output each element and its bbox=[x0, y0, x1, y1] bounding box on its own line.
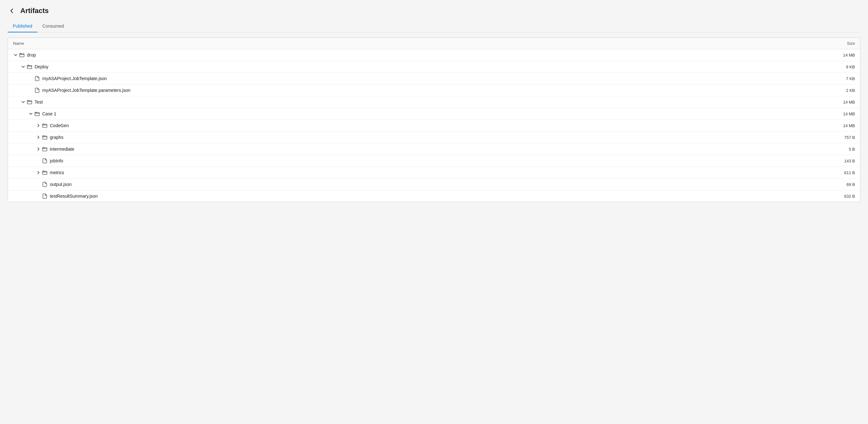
size-cell: 14 MB bbox=[817, 100, 855, 105]
item-name: Case 1 bbox=[42, 111, 56, 116]
table-header: Name Size bbox=[8, 38, 860, 49]
item-name: testResultSummary.json bbox=[50, 194, 98, 199]
tab-published[interactable]: Published bbox=[8, 20, 37, 32]
tree-cell-test: Test bbox=[13, 100, 817, 105]
indent-spacer bbox=[28, 76, 33, 81]
table-row: intermediate 5 B bbox=[8, 143, 860, 155]
col-header-size: Size bbox=[817, 41, 855, 46]
artifacts-page: Artifacts Published Consumed Name Size bbox=[0, 0, 868, 424]
item-name: jobInfo bbox=[50, 158, 63, 163]
folder-icon bbox=[42, 123, 47, 128]
tree-cell-codegen: CodeGen bbox=[13, 123, 817, 128]
chevron-right-icon[interactable] bbox=[36, 170, 41, 175]
page-title: Artifacts bbox=[20, 7, 49, 15]
item-name: metrics bbox=[50, 170, 64, 175]
svg-rect-6 bbox=[42, 148, 47, 151]
indent-spacer bbox=[28, 88, 33, 93]
tree-cell-graphs: graphs bbox=[13, 135, 817, 140]
chevron-down-icon[interactable] bbox=[21, 64, 26, 69]
indent-spacer bbox=[36, 194, 41, 199]
folder-icon bbox=[27, 64, 32, 69]
item-name: graphs bbox=[50, 135, 63, 140]
table-row: drop 14 MB bbox=[8, 49, 860, 61]
size-cell: 143 B bbox=[817, 159, 855, 163]
tree-cell-intermediate: intermediate bbox=[13, 146, 817, 151]
table-row: myASAProject.JobTemplate.json 7 KB bbox=[8, 73, 860, 85]
tree-cell-drop: drop bbox=[13, 52, 817, 58]
item-name: drop bbox=[27, 52, 36, 58]
table-row: myASAProject.JobTemplate.parameters.json… bbox=[8, 85, 860, 96]
tree-cell-testresult: testResultSummary.json bbox=[13, 194, 817, 199]
table-row: metrics 611 B bbox=[8, 167, 860, 179]
table-row: jobInfo 143 B bbox=[8, 155, 860, 167]
svg-rect-2 bbox=[27, 101, 32, 104]
tree-cell-output: output.json bbox=[13, 182, 817, 187]
size-cell: 757 B bbox=[817, 135, 855, 140]
size-cell: 7 KB bbox=[817, 76, 855, 81]
table-row: Case 1 14 MB bbox=[8, 108, 860, 120]
chevron-right-icon[interactable] bbox=[36, 146, 41, 151]
tree-cell-case1: Case 1 bbox=[13, 111, 817, 116]
file-icon bbox=[42, 158, 47, 163]
file-icon bbox=[42, 194, 47, 199]
item-name: output.json bbox=[50, 182, 72, 187]
item-name: Deploy bbox=[35, 64, 49, 69]
tree-cell-metrics: metrics bbox=[13, 170, 817, 175]
chevron-right-icon[interactable] bbox=[36, 135, 41, 140]
tree-cell-jobinfo: jobInfo bbox=[13, 158, 817, 163]
chevron-right-icon[interactable] bbox=[36, 123, 41, 128]
size-cell: 2 KB bbox=[817, 88, 855, 93]
artifacts-table: Name Size drop bbox=[8, 37, 860, 202]
svg-rect-1 bbox=[27, 65, 32, 69]
item-name: myASAProject.JobTemplate.parameters.json bbox=[42, 88, 130, 93]
table-row: testResultSummary.json 632 B bbox=[8, 190, 860, 202]
size-cell: 14 MB bbox=[817, 123, 855, 128]
tree-cell-file2: myASAProject.JobTemplate.parameters.json bbox=[13, 88, 817, 93]
file-icon bbox=[35, 76, 40, 81]
size-cell: 9 KB bbox=[817, 64, 855, 69]
svg-rect-0 bbox=[20, 54, 24, 57]
chevron-down-icon[interactable] bbox=[28, 111, 33, 116]
folder-icon bbox=[42, 135, 47, 140]
table-row: output.json 69 B bbox=[8, 179, 860, 190]
indent-spacer bbox=[36, 182, 41, 187]
folder-icon bbox=[27, 100, 32, 105]
tab-consumed[interactable]: Consumed bbox=[37, 20, 69, 32]
file-icon bbox=[35, 88, 40, 93]
folder-icon bbox=[35, 111, 40, 116]
tab-bar: Published Consumed bbox=[8, 20, 860, 32]
item-name: Test bbox=[35, 100, 43, 105]
chevron-down-icon[interactable] bbox=[13, 52, 18, 58]
file-icon bbox=[42, 182, 47, 187]
folder-icon bbox=[42, 170, 47, 175]
back-button[interactable] bbox=[8, 6, 17, 15]
size-cell: 69 B bbox=[817, 182, 855, 187]
folder-icon bbox=[42, 146, 47, 151]
page-header: Artifacts bbox=[8, 6, 860, 15]
tree-cell-file1: myASAProject.JobTemplate.json bbox=[13, 76, 817, 81]
item-name: myASAProject.JobTemplate.json bbox=[42, 76, 107, 81]
item-name: intermediate bbox=[50, 146, 74, 151]
table-row: graphs 757 B bbox=[8, 132, 860, 143]
chevron-down-icon[interactable] bbox=[21, 100, 26, 105]
item-name: CodeGen bbox=[50, 123, 69, 128]
svg-rect-7 bbox=[42, 171, 47, 174]
tree-cell-deploy: Deploy bbox=[13, 64, 817, 69]
table-row: Test 14 MB bbox=[8, 96, 860, 108]
table-row: Deploy 9 KB bbox=[8, 61, 860, 73]
size-cell: 14 MB bbox=[817, 53, 855, 58]
size-cell: 611 B bbox=[817, 170, 855, 175]
svg-rect-4 bbox=[42, 124, 47, 128]
col-header-name: Name bbox=[13, 41, 817, 46]
svg-rect-3 bbox=[35, 113, 39, 116]
size-cell: 5 B bbox=[817, 147, 855, 151]
size-cell: 14 MB bbox=[817, 112, 855, 116]
svg-rect-5 bbox=[42, 136, 47, 139]
table-row: CodeGen 14 MB bbox=[8, 120, 860, 132]
size-cell: 632 B bbox=[817, 194, 855, 199]
indent-spacer bbox=[36, 158, 41, 163]
folder-icon bbox=[19, 52, 25, 58]
